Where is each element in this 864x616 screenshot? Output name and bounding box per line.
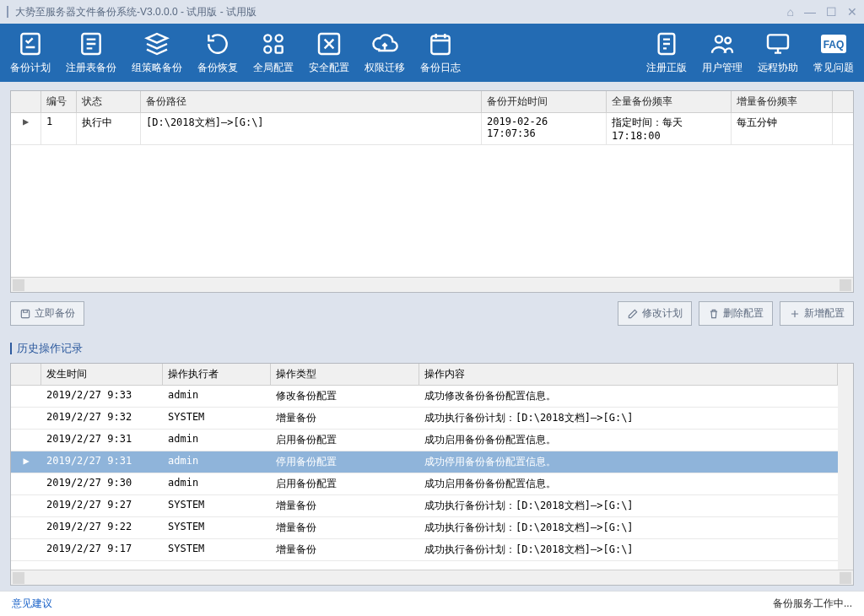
cell-content: 成功修改备份备份配置信息。 — [419, 386, 838, 407]
cell-content: 成功启用备份备份配置信息。 — [419, 473, 838, 494]
permission-migration-button[interactable]: 权限迁移 — [364, 30, 405, 75]
horizontal-scrollbar[interactable] — [11, 570, 853, 585]
remote-assist-button[interactable]: 远程协助 — [758, 30, 798, 75]
col-time[interactable]: 发生时间 — [41, 364, 163, 385]
button-label: 立即备份 — [35, 306, 75, 321]
col-start[interactable]: 备份开始时间 — [482, 91, 607, 112]
cell-type: 增量备份 — [271, 408, 419, 429]
refresh-icon — [204, 30, 231, 57]
register-full-button[interactable]: 注册正版 — [646, 30, 687, 75]
plus-icon — [789, 308, 801, 320]
history-table-row[interactable]: 2019/2/27 9:30admin启用备份配置成功启用备份备份配置信息。 — [11, 473, 838, 495]
horizontal-scrollbar[interactable] — [11, 277, 853, 292]
cell-content: 成功启用备份备份配置信息。 — [419, 430, 838, 451]
faq-button[interactable]: FAQ 常见问题 — [813, 30, 854, 75]
col-inc[interactable]: 增量备份频率 — [732, 91, 833, 112]
registry-backup-button[interactable]: 注册表备份 — [66, 30, 116, 75]
title-bar-accent — [7, 6, 8, 18]
toolbar-group-left: 备份计划 注册表备份 组策略备份 备份恢复 — [10, 30, 238, 75]
toolbar-label: 组策略备份 — [132, 61, 182, 75]
status-bar: 意见建议 备份服务工作中... — [0, 591, 864, 616]
plan-table-row[interactable]: ▶ 1 执行中 [D:\2018文档]—>[G:\] 2019-02-26 17… — [11, 113, 853, 145]
app-window: 大势至服务器文件备份系统-V3.0.0.0 - 试用版 - 试用版 ⌂ — ☐ … — [0, 0, 864, 616]
delete-config-button[interactable]: 删除配置 — [699, 301, 773, 326]
home-icon[interactable]: ⌂ — [787, 5, 794, 19]
cell-executor: SYSTEM — [163, 495, 271, 516]
action-buttons: 立即备份 修改计划 删除配置 新增配置 — [10, 301, 854, 326]
cell-path: [D:\2018文档]—>[G:\] — [141, 113, 482, 144]
section-accent — [10, 343, 12, 354]
user-management-button[interactable]: 用户管理 — [702, 30, 742, 75]
cell-time: 2019/2/27 9:31 — [41, 451, 163, 473]
row-marker — [11, 517, 41, 538]
trash-icon — [708, 308, 720, 320]
history-table-row[interactable]: ▶2019/2/27 9:31admin停用备份配置成功停用备份备份配置信息。 — [11, 451, 838, 473]
plan-table-header: 编号 状态 备份路径 备份开始时间 全量备份频率 增量备份频率 — [11, 91, 853, 113]
vertical-scrollbar[interactable] — [838, 364, 853, 570]
col-path[interactable]: 备份路径 — [141, 91, 482, 112]
feedback-link[interactable]: 意见建议 — [12, 597, 52, 611]
col-executor[interactable]: 操作执行者 — [163, 364, 271, 385]
calendar-icon — [427, 30, 454, 57]
toolbar-label: 全局配置 — [253, 61, 294, 75]
close-icon[interactable]: ✕ — [847, 5, 857, 19]
col-type[interactable]: 操作类型 — [271, 364, 419, 385]
history-table-row[interactable]: 2019/2/27 9:32SYSTEM增量备份成功执行备份计划：[D:\201… — [11, 408, 838, 430]
cell-content: 成功执行备份计划：[D:\2018文档]—>[G:\] — [419, 408, 838, 429]
svg-point-4 — [264, 46, 271, 53]
svg-point-10 — [725, 38, 731, 44]
cell-executor: SYSTEM — [163, 408, 271, 429]
modify-plan-button[interactable]: 修改计划 — [618, 301, 692, 326]
cell-type: 停用备份配置 — [271, 451, 419, 473]
history-table-row[interactable]: 2019/2/27 9:27SYSTEM增量备份成功执行备份计划：[D:\201… — [11, 495, 838, 517]
cell-content: 成功停用备份备份配置信息。 — [419, 451, 838, 473]
layers-icon — [143, 30, 170, 57]
cell-time: 2019/2/27 9:30 — [41, 473, 163, 494]
row-marker: ▶ — [11, 451, 41, 473]
backup-restore-button[interactable]: 备份恢复 — [197, 30, 238, 75]
maximize-icon[interactable]: ☐ — [826, 5, 837, 19]
svg-rect-14 — [21, 310, 29, 317]
document-check-icon — [17, 30, 44, 57]
backup-now-button[interactable]: 立即备份 — [10, 301, 84, 326]
svg-text:FAQ: FAQ — [824, 39, 845, 51]
history-table: 发生时间 操作执行者 操作类型 操作内容 2019/2/27 9:33admin… — [10, 363, 854, 586]
cell-content: 成功执行备份计划：[D:\2018文档]—>[G:\] — [419, 517, 838, 538]
cell-time: 2019/2/27 9:32 — [41, 408, 163, 429]
backup-plan-button[interactable]: 备份计划 — [10, 30, 51, 75]
button-label: 删除配置 — [723, 306, 764, 321]
col-status[interactable]: 状态 — [77, 91, 141, 112]
add-config-button[interactable]: 新增配置 — [780, 301, 854, 326]
button-spacer — [91, 301, 611, 326]
history-table-row[interactable]: 2019/2/27 9:17SYSTEM增量备份成功执行备份计划：[D:\201… — [11, 539, 838, 561]
cell-executor: admin — [163, 451, 271, 473]
toolbar-label: 安全配置 — [309, 61, 349, 75]
row-marker — [11, 539, 41, 560]
cell-time: 2019/2/27 9:31 — [41, 430, 163, 451]
backup-log-button[interactable]: 备份日志 — [420, 30, 461, 75]
monitor-icon — [764, 30, 791, 57]
security-config-button[interactable]: 安全配置 — [309, 30, 349, 75]
history-table-row[interactable]: 2019/2/27 9:33admin修改备份配置成功修改备份备份配置信息。 — [11, 386, 838, 408]
window-controls: ⌂ — ☐ ✕ — [787, 5, 857, 19]
toolbar-label: 备份恢复 — [197, 61, 238, 75]
cell-executor: admin — [163, 473, 271, 494]
col-num[interactable]: 编号 — [41, 91, 77, 112]
group-policy-backup-button[interactable]: 组策略备份 — [132, 30, 182, 75]
global-config-button[interactable]: 全局配置 — [253, 30, 294, 75]
minimize-icon[interactable]: — — [804, 5, 816, 19]
row-marker — [11, 386, 41, 407]
content-area: 编号 状态 备份路径 备份开始时间 全量备份频率 增量备份频率 ▶ 1 执行中 … — [0, 82, 864, 591]
cell-time: 2019/2/27 9:33 — [41, 386, 163, 407]
faq-icon: FAQ — [820, 30, 847, 57]
svg-point-3 — [276, 35, 283, 41]
row-marker: ▶ — [11, 113, 41, 144]
svg-rect-0 — [21, 34, 39, 54]
window-title: 大势至服务器文件备份系统-V3.0.0.0 - 试用版 - 试用版 — [15, 5, 256, 19]
col-full[interactable]: 全量备份频率 — [607, 91, 732, 112]
svg-rect-5 — [276, 46, 283, 53]
col-content[interactable]: 操作内容 — [419, 364, 838, 385]
history-table-row[interactable]: 2019/2/27 9:31admin启用备份配置成功启用备份备份配置信息。 — [11, 430, 838, 451]
history-table-row[interactable]: 2019/2/27 9:22SYSTEM增量备份成功执行备份计划：[D:\201… — [11, 517, 838, 539]
toolbar-label: 注册表备份 — [66, 61, 116, 75]
